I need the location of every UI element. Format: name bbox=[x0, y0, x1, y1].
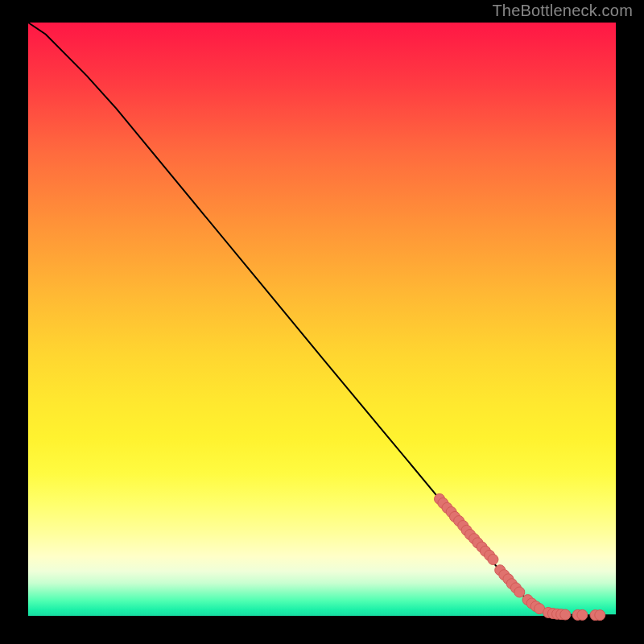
chart-svg bbox=[28, 23, 616, 616]
data-point bbox=[560, 609, 571, 620]
watermark-text: TheBottleneck.com bbox=[492, 2, 633, 20]
data-points-group bbox=[435, 493, 605, 620]
bottleneck-curve bbox=[28, 23, 616, 615]
data-point bbox=[577, 609, 588, 620]
plot-area bbox=[28, 23, 616, 616]
data-point bbox=[488, 554, 498, 564]
data-point bbox=[595, 610, 605, 621]
data-point bbox=[514, 587, 525, 597]
chart-frame: TheBottleneck.com bbox=[0, 0, 644, 644]
